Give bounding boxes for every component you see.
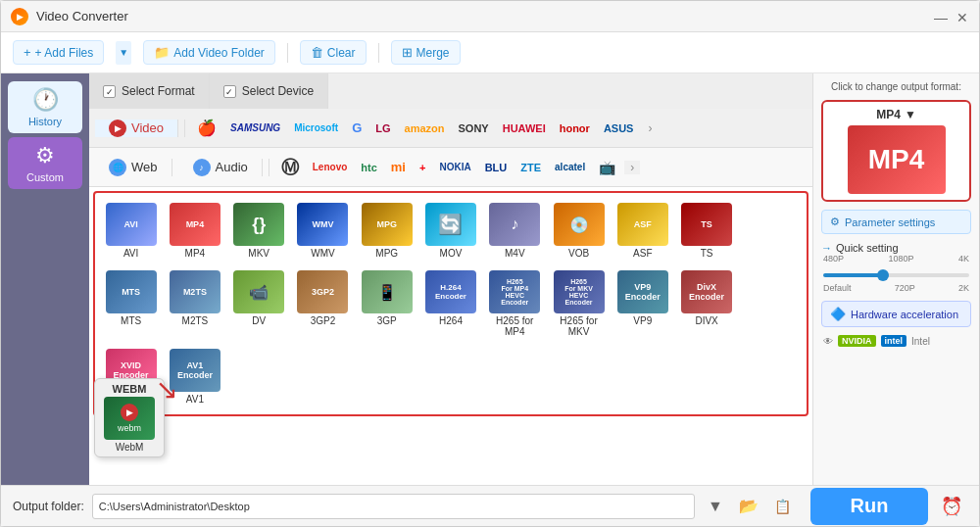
brand-motorola[interactable]: Ⓜ <box>276 156 304 179</box>
web-btn[interactable]: 🌐 Web <box>95 159 172 176</box>
output-folder-input[interactable] <box>92 494 695 519</box>
clear-button[interactable]: 🗑 Clear <box>300 40 367 65</box>
brand-honor[interactable]: honor <box>555 122 595 134</box>
asf-thumb: ASF <box>617 203 668 246</box>
run-button[interactable]: Run <box>810 488 928 525</box>
format-dv[interactable]: 📹 DV <box>229 266 289 341</box>
brand-zte[interactable]: ZTE <box>515 162 546 173</box>
3gp2-thumb: 3GP2 <box>297 270 348 313</box>
output-format-box: MP4 ▼ MP4 <box>821 100 971 202</box>
format-divx[interactable]: DivXEncoder DIVX <box>676 266 736 341</box>
history-icon: 🕐 <box>32 87 59 113</box>
format-dropdown-icon[interactable]: ▼ <box>905 108 916 121</box>
format-mts[interactable]: MTS MTS <box>101 266 161 341</box>
add-folder-label: Add Video Folder <box>173 46 265 60</box>
settings-icon: ⚙ <box>35 143 55 168</box>
video-btn[interactable]: ▶ Video <box>95 120 178 137</box>
browse-folder-btn[interactable]: ▼ <box>703 494 728 519</box>
open-folder-btn[interactable]: 📂 <box>736 494 761 519</box>
quick-setting-row: → Quick setting 480P 1080P 4K Default 72… <box>821 242 971 293</box>
brand-apple[interactable]: 🍎 <box>192 119 221 137</box>
close-btn[interactable]: ✕ <box>956 10 969 24</box>
brand-alcatel[interactable]: alcatel <box>550 162 590 172</box>
quality-4k: 4K <box>958 254 969 264</box>
history-label: History <box>28 116 62 127</box>
add-files-dropdown[interactable]: ▼ <box>116 41 131 65</box>
add-folder-button[interactable]: 📁 Add Video Folder <box>143 40 275 65</box>
format-wmv[interactable]: WMV WMV <box>293 199 353 263</box>
avi-label: AVI <box>123 248 138 259</box>
mkv-thumb: {} <box>233 203 284 246</box>
format-mov[interactable]: 🔄 MOV <box>420 199 480 263</box>
merge-button[interactable]: ⊞ Merge <box>391 40 461 65</box>
output-folder-label: Output folder: <box>13 500 84 513</box>
format-mp4[interactable]: MP4 MP4 <box>165 199 224 263</box>
format-ts[interactable]: TS TS <box>676 199 736 263</box>
format-mpg[interactable]: MPG MPG <box>357 199 416 263</box>
format-vob[interactable]: 💿 VOB <box>549 199 609 263</box>
hw-accel-label: Hardware acceleration <box>851 309 958 320</box>
brand-scroll-right-2[interactable]: › <box>624 161 640 174</box>
alarm-btn[interactable]: ⏰ <box>936 491 967 522</box>
sidebar-item-custom[interactable]: ⚙ Custom <box>8 137 82 189</box>
brand-lenovo[interactable]: Lenovo <box>308 162 353 172</box>
add-files-label: + Add Files <box>35 46 94 60</box>
clear-icon: 🗑 <box>311 45 323 60</box>
brand-google[interactable]: G <box>347 120 367 135</box>
format-3gp2[interactable]: 3GP2 3GP2 <box>293 266 353 341</box>
web-label: Web <box>131 160 158 174</box>
arrow-icon: → <box>821 242 832 254</box>
format-vp9[interactable]: VP9Encoder VP9 <box>612 266 672 341</box>
tab-select-format[interactable]: ✓ Select Format <box>89 73 210 109</box>
spacer1 <box>741 199 792 263</box>
brand-htc[interactable]: htc <box>356 162 382 173</box>
asf-label: ASF <box>633 248 652 259</box>
parameter-settings-btn[interactable]: ⚙ Parameter settings <box>821 210 971 234</box>
webm-dragged-item[interactable]: WEBM ▶ webm WebM <box>94 378 165 457</box>
brand-amazon[interactable]: amazon <box>400 122 450 134</box>
click-format-label: Click to change output format: <box>821 81 971 92</box>
format-h265mp4[interactable]: H265For MP4HEVCEncoder H265 for MP4 <box>485 266 545 341</box>
webm-format-text: webm <box>118 423 141 433</box>
format-m2ts[interactable]: M2TS M2TS <box>165 266 224 341</box>
format-h264[interactable]: H.264Encoder H264 <box>420 266 480 341</box>
toolbar: + + Add Files ▼ 📁 Add Video Folder 🗑 Cle… <box>1 32 979 73</box>
brand-huawei[interactable]: HUAWEI <box>498 122 551 134</box>
brand-scroll-right[interactable]: › <box>642 121 658 135</box>
m4v-label: M4V <box>505 248 525 259</box>
quality-labels-bottom: Default 720P 2K <box>823 283 969 293</box>
brand-xiaomi[interactable]: mi <box>386 160 411 174</box>
main-area: 🕐 History ⚙ Custom ✓ Select Format ✓ Sel… <box>1 73 979 485</box>
quality-slider[interactable] <box>823 273 969 277</box>
format-mkv[interactable]: {} MKV <box>229 199 289 263</box>
format-avi[interactable]: AVI AVI <box>101 199 161 263</box>
tab-select-device[interactable]: ✓ Select Device <box>210 73 328 109</box>
format-h265mkv[interactable]: H265For MKVHEVCEncoder H265 for MKV <box>549 266 609 341</box>
format-m4v[interactable]: ♪ M4V <box>485 199 545 263</box>
hardware-acceleration-btn[interactable]: 🔷 Hardware acceleration <box>821 301 971 327</box>
clip-btn[interactable]: 📋 <box>769 494 795 519</box>
brand-oneplus[interactable]: + <box>415 162 430 173</box>
video-label: Video <box>131 120 164 135</box>
brand-blu[interactable]: BLU <box>480 162 513 173</box>
minimize-btn[interactable]: — <box>934 10 948 24</box>
brand-sony[interactable]: SONY <box>454 122 494 134</box>
add-files-button[interactable]: + + Add Files <box>13 40 104 65</box>
brand-samsung[interactable]: SAMSUNG <box>225 122 285 133</box>
brand-microsoft[interactable]: Microsoft <box>289 122 343 133</box>
audio-btn[interactable]: ♪ Audio <box>179 159 263 176</box>
sidebar-item-history[interactable]: 🕐 History <box>8 81 82 133</box>
mpg-thumb: MPG <box>362 203 413 246</box>
format-3gp[interactable]: 📱 3GP <box>357 266 416 341</box>
webm-play: ▶ <box>121 404 138 421</box>
param-icon: ⚙ <box>830 216 840 228</box>
brand-lg[interactable]: LG <box>370 122 395 134</box>
brand-asus[interactable]: ASUS <box>599 122 639 134</box>
brand-nokia[interactable]: NOKIA <box>434 162 475 172</box>
brand-tv[interactable]: 📺 <box>594 160 620 175</box>
app-title: Video Converter <box>36 9 934 24</box>
mp4-label: MP4 <box>185 248 206 259</box>
format-asf[interactable]: ASF ASF <box>612 199 672 263</box>
tab-row: ✓ Select Format ✓ Select Device <box>89 73 812 109</box>
mts-thumb: MTS <box>106 270 157 313</box>
